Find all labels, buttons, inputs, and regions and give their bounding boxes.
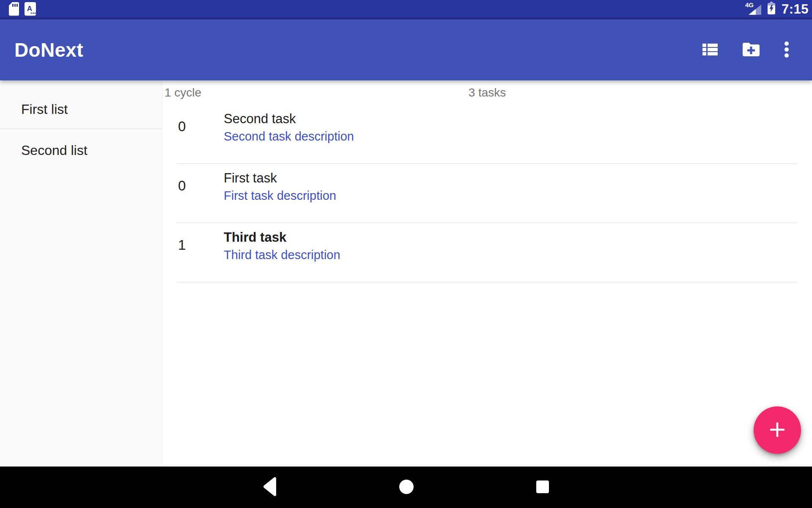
task-row-second-task[interactable]: 0 Second task Second task description xyxy=(177,105,798,164)
task-cycle-count: 1 xyxy=(177,223,224,282)
view-lists-button[interactable] xyxy=(702,44,718,57)
app-bar-actions xyxy=(702,41,789,59)
task-description: First task description xyxy=(224,187,336,204)
sd-card-icon xyxy=(8,2,19,17)
add-task-fab[interactable] xyxy=(754,406,801,454)
sidebar-item-first-list[interactable]: First list xyxy=(0,80,162,129)
overflow-menu-icon xyxy=(785,41,789,59)
task-row-first-task[interactable]: 0 First task First task description xyxy=(177,164,798,223)
task-text: First task First task description xyxy=(224,164,336,223)
task-title: First task xyxy=(224,170,336,187)
battery-charging-icon xyxy=(767,1,776,17)
recents-icon xyxy=(536,480,549,494)
svg-text:A: A xyxy=(27,5,32,13)
plus-icon xyxy=(770,422,785,438)
task-title: Second task xyxy=(224,110,354,127)
task-row-third-task[interactable]: 1 Third task Third task description xyxy=(177,223,798,282)
task-description: Third task description xyxy=(224,246,340,264)
navigation-bar xyxy=(0,467,812,508)
task-description: Second task description xyxy=(224,127,354,145)
app-bar: DoNext xyxy=(0,19,812,80)
task-cycle-count: 0 xyxy=(177,105,224,163)
status-bar-system: 4G 7:15 xyxy=(745,1,809,18)
signal-strength-icon: 4G xyxy=(745,2,761,16)
task-text: Third task Third task description xyxy=(224,223,340,282)
screen: A 4G xyxy=(0,0,812,508)
sidebar: First list Second list xyxy=(0,80,162,467)
task-cycle-count: 0 xyxy=(177,164,224,223)
task-list: 0 Second task Second task description 0 … xyxy=(162,105,812,282)
back-icon xyxy=(263,477,276,497)
task-title: Third task xyxy=(224,229,340,246)
status-bar-notifications: A xyxy=(8,2,36,17)
sidebar-item-label: Second list xyxy=(21,143,88,158)
keyboard-a-notification-icon: A xyxy=(25,2,36,17)
recents-button[interactable] xyxy=(517,467,568,508)
add-list-button[interactable] xyxy=(743,43,760,58)
task-text: Second task Second task description xyxy=(224,105,354,163)
folder-plus-icon xyxy=(743,43,760,58)
home-icon xyxy=(399,480,414,495)
home-button[interactable] xyxy=(381,467,432,508)
page-title: DoNext xyxy=(14,39,702,61)
status-bar: A 4G xyxy=(0,0,812,19)
list-header: 1 cycle 3 tasks xyxy=(162,80,812,105)
sidebar-item-second-list[interactable]: Second list xyxy=(0,129,162,171)
clock: 7:15 xyxy=(782,3,809,16)
sidebar-item-label: First list xyxy=(21,102,68,117)
list-icon xyxy=(702,44,718,57)
overflow-menu-button[interactable] xyxy=(785,41,789,59)
back-button[interactable] xyxy=(244,467,295,508)
task-count-label: 3 tasks xyxy=(162,86,812,99)
task-panel: 1 cycle 3 tasks 0 Second task Second tas… xyxy=(162,80,812,467)
body-area: First list Second list 1 cycle 3 tasks 0… xyxy=(0,80,812,467)
